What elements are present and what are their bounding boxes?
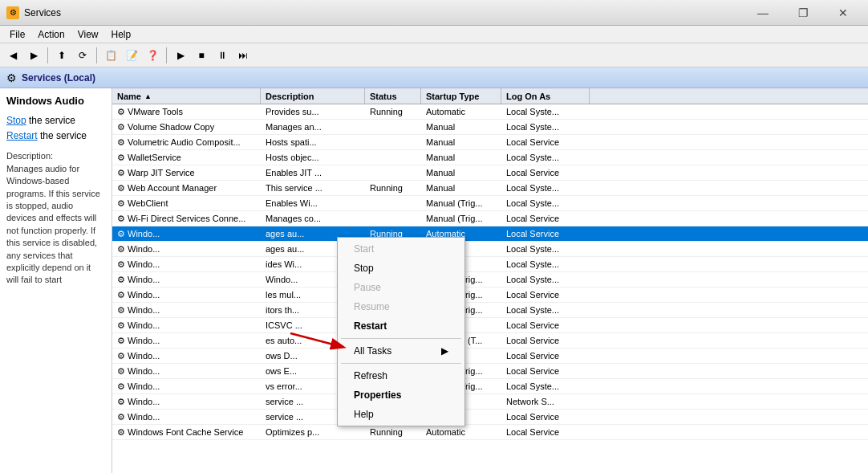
table-row[interactable]: ⚙Windo...ows E...Manual (Trig...Local Se…: [112, 364, 868, 379]
context-menu-item-stop[interactable]: Stop: [338, 259, 464, 278]
col-header-name[interactable]: Name ▲: [112, 88, 261, 104]
service-icon: ⚙: [117, 351, 125, 361]
col-header-description[interactable]: Description: [261, 88, 365, 104]
context-menu-item-help[interactable]: Help: [338, 405, 464, 424]
table-row[interactable]: ⚙Volume Shadow CopyManages an...ManualLo…: [112, 120, 868, 135]
table-row[interactable]: ⚙Windo...vs error...Manual (Trig...Local…: [112, 379, 868, 394]
cell-name: ⚙Windo...: [112, 411, 261, 423]
toolbar-exportlist[interactable]: 📋: [101, 46, 120, 65]
toolbar-stop[interactable]: ■: [192, 46, 211, 65]
cell-startup: Manual: [421, 182, 501, 194]
cell-logon: Local Syste...: [501, 243, 590, 255]
cell-name: ⚙Volumetric Audio Composit...: [112, 137, 261, 149]
col-header-logon[interactable]: Log On As: [501, 88, 590, 104]
service-name-panel: Windows Audio: [6, 95, 105, 107]
context-menu-item-restart[interactable]: Restart: [338, 316, 464, 336]
table-row[interactable]: ⚙Windo...les mul...Manual (Trig...Local …: [112, 287, 868, 303]
menu-action[interactable]: Action: [31, 27, 71, 42]
table-row[interactable]: ⚙Windo...ICSVC ...RunningManualLocal Ser…: [112, 318, 868, 333]
toolbar-help[interactable]: ❓: [143, 46, 162, 65]
stop-link[interactable]: Stop: [6, 115, 26, 126]
cell-status: Running: [365, 106, 421, 117]
cell-startup: Automatic: [421, 106, 501, 117]
cell-name: ⚙WebClient: [112, 198, 261, 210]
table-row[interactable]: ⚙Windo...ides Wi...ManualLocal Syste...: [112, 257, 868, 272]
toolbar-refresh[interactable]: ⟳: [73, 46, 92, 65]
toolbar-properties[interactable]: 📝: [122, 46, 141, 65]
cell-name: ⚙Windo...: [112, 365, 261, 377]
table-row[interactable]: ⚙Wi-Fi Direct Services Conne...Manages c…: [112, 211, 868, 226]
cell-name: ⚙WalletService: [112, 152, 261, 164]
cell-desc: Enables Wi...: [261, 198, 365, 209]
table-row[interactable]: ⚙Windo...service ...ManualNetwork S...: [112, 394, 868, 410]
toolbar-separator-3: [166, 47, 167, 63]
cell-logon: Network S...: [501, 396, 590, 407]
toolbar-forward[interactable]: ▶: [24, 46, 43, 65]
cell-desc: Optimizes p...: [261, 426, 365, 438]
service-icon: ⚙: [117, 229, 125, 239]
toolbar-resume[interactable]: ⏭: [233, 46, 253, 65]
context-menu-item-all-tasks[interactable]: All Tasks▶: [338, 341, 464, 361]
toolbar-up[interactable]: ⬆: [52, 46, 71, 65]
service-description: Description:Manages audio for Windows-ba…: [6, 150, 105, 286]
cell-startup: Manual (Trig...: [421, 213, 501, 224]
table-row[interactable]: ⚙Windo...ages au...RunningAutomaticLocal…: [112, 242, 868, 257]
context-menu-item-properties[interactable]: Properties: [338, 385, 464, 405]
service-icon: ⚙: [117, 381, 125, 391]
cell-logon: Local Service: [501, 213, 590, 224]
service-icon: ⚙: [117, 183, 125, 193]
submenu-arrow-icon: ▶: [441, 345, 448, 357]
cell-startup: Automatic: [421, 426, 501, 438]
table-row[interactable]: ⚙Warp JIT ServiceEnables JIT ...ManualLo…: [112, 165, 868, 181]
restart-text: the service: [38, 130, 87, 141]
toolbar-separator-2: [96, 47, 97, 63]
cell-name: ⚙Windo...: [112, 243, 261, 255]
cell-logon: Local Service: [501, 426, 590, 438]
table-row[interactable]: ⚙WalletServiceHosts objec...ManualLocal …: [112, 150, 868, 165]
cell-logon: Local Service: [501, 228, 590, 239]
menu-file[interactable]: File: [3, 27, 31, 42]
restart-link[interactable]: Restart: [6, 130, 38, 141]
table-row[interactable]: ⚙WebClientEnables Wi...Manual (Trig...Lo…: [112, 196, 868, 211]
toolbar-back[interactable]: ◀: [3, 46, 22, 65]
table-row[interactable]: ⚙Windo...itors th...Manual (Trig...Local…: [112, 303, 868, 318]
service-icon: ⚙: [117, 427, 125, 437]
table-row[interactable]: ⚙VMware ToolsProvides su...RunningAutoma…: [112, 104, 868, 120]
context-menu-separator: [341, 363, 461, 364]
cell-status: [365, 218, 421, 219]
scope-bar: ⚙ Services (Local): [0, 67, 868, 88]
services-list[interactable]: ⚙VMware ToolsProvides su...RunningAutoma…: [112, 104, 868, 473]
col-header-startup[interactable]: Startup Type: [421, 88, 501, 104]
stop-text: the service: [26, 115, 75, 126]
toolbar-play[interactable]: ▶: [171, 46, 190, 65]
table-row[interactable]: ⚙Windo...Windo...Manual (Trig...Local Sy…: [112, 272, 868, 287]
table-row[interactable]: ⚙Windo...es auto...RunningAutomatic (T..…: [112, 333, 868, 349]
minimize-button[interactable]: —: [744, 3, 781, 22]
cell-logon: Local Syste...: [501, 304, 590, 316]
table-row[interactable]: ⚙Windows Font Cache ServiceOptimizes p..…: [112, 425, 868, 440]
context-menu-item-refresh[interactable]: Refresh: [338, 366, 464, 385]
table-row[interactable]: ⚙Web Account ManagerThis service ...Runn…: [112, 181, 868, 196]
table-row[interactable]: ⚙Windo...ages au...RunningAutomaticLocal…: [112, 226, 868, 242]
cell-name: ⚙Windo...: [112, 259, 261, 271]
menu-view[interactable]: View: [71, 27, 105, 42]
cell-logon: Local Syste...: [501, 106, 590, 117]
service-icon: ⚙: [117, 153, 125, 162]
toolbar-separator-1: [47, 47, 48, 63]
col-header-status[interactable]: Status: [365, 88, 421, 104]
window-controls: — ❐ ✕: [744, 3, 862, 22]
context-menu-item-pause: Pause: [338, 278, 464, 297]
close-button[interactable]: ✕: [825, 3, 862, 22]
service-icon: ⚙: [117, 198, 125, 208]
table-row[interactable]: ⚙Windo...service ...RunningAutomaticLoca…: [112, 410, 868, 425]
service-icon: ⚙: [117, 168, 125, 177]
restore-button[interactable]: ❐: [785, 3, 821, 22]
menu-help[interactable]: Help: [105, 27, 138, 42]
window-title: Services: [24, 7, 61, 18]
table-row[interactable]: ⚙Volumetric Audio Composit...Hosts spati…: [112, 135, 868, 150]
table-row[interactable]: ⚙Windo...ows D...RunningAutomaticLocal S…: [112, 349, 868, 364]
cell-name: ⚙Web Account Manager: [112, 182, 261, 194]
toolbar-pause[interactable]: ⏸: [213, 46, 232, 65]
cell-name: ⚙Wi-Fi Direct Services Conne...: [112, 213, 261, 225]
cell-name: ⚙Windo...: [112, 350, 261, 362]
